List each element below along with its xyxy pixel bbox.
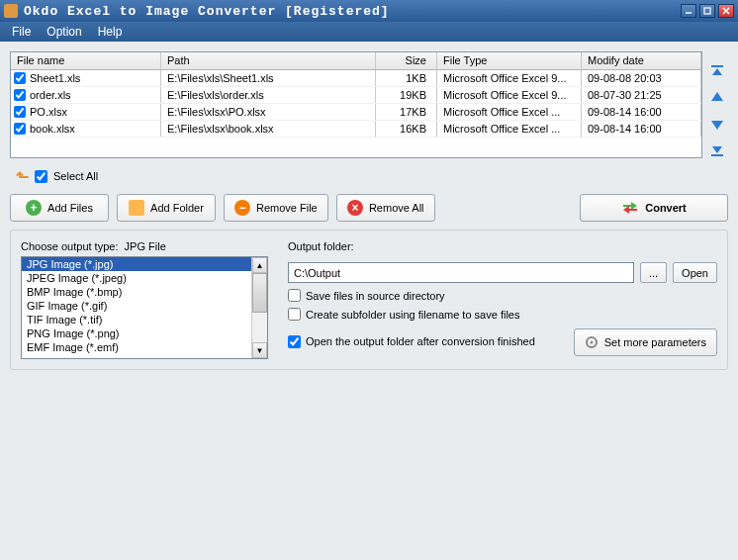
cell-size: 19KB — [376, 87, 437, 103]
cell-size: 17KB — [376, 104, 437, 120]
create-subfolder-checkbox[interactable] — [288, 308, 301, 321]
add-files-button[interactable]: +Add Files — [10, 194, 109, 222]
cell-type: Microsoft Office Excel 9... — [437, 87, 582, 103]
cell-type: Microsoft Office Excel ... — [437, 104, 582, 120]
move-bottom-icon[interactable] — [708, 140, 726, 158]
scroll-up-icon[interactable]: ▲ — [252, 257, 267, 273]
col-filetype[interactable]: File Type — [437, 52, 582, 69]
list-item[interactable]: PNG Image (*.png) — [22, 327, 251, 340]
convert-icon — [621, 201, 639, 215]
svg-rect-9 — [711, 154, 723, 156]
svg-marker-5 — [712, 68, 722, 75]
svg-point-11 — [590, 341, 593, 344]
col-path[interactable]: Path — [161, 52, 376, 69]
svg-marker-7 — [711, 121, 723, 130]
cell-type: Microsoft Office Excel ... — [437, 121, 582, 137]
cell-size: 1KB — [376, 70, 437, 86]
set-more-parameters-button[interactable]: Set more parameters — [574, 328, 717, 356]
list-item[interactable]: JPEG Image (*.jpeg) — [22, 271, 251, 285]
convert-button[interactable]: Convert — [580, 194, 728, 222]
list-item[interactable]: JPG Image (*.jpg) — [22, 257, 251, 271]
list-item[interactable]: BMP Image (*.bmp) — [22, 285, 251, 299]
scroll-down-icon[interactable]: ▼ — [252, 342, 267, 358]
gear-icon — [585, 335, 599, 349]
svg-rect-4 — [711, 65, 723, 67]
move-top-icon[interactable] — [708, 63, 726, 81]
row-checkbox[interactable] — [14, 123, 26, 135]
cell-path: E:\Files\xls\Sheet1.xls — [161, 70, 376, 86]
minimize-button[interactable] — [681, 4, 696, 18]
remove-all-button[interactable]: ×Remove All — [336, 194, 435, 222]
browse-button[interactable]: ... — [640, 262, 667, 283]
col-modifydate[interactable]: Modify date — [582, 52, 701, 69]
select-all-checkbox[interactable] — [35, 170, 47, 183]
open-after-checkbox[interactable] — [288, 335, 301, 348]
table-row[interactable]: book.xlsx E:\Files\xlsx\book.xlsx 16KB M… — [11, 121, 701, 138]
choose-output-label: Choose output type: JPG File — [21, 240, 268, 252]
col-size[interactable]: Size — [376, 52, 437, 69]
open-folder-button[interactable]: Open — [673, 262, 717, 283]
content-area: File name Path Size File Type Modify dat… — [0, 42, 738, 560]
file-grid: File name Path Size File Type Modify dat… — [10, 51, 702, 158]
create-subfolder-label: Create subfolder using filename to save … — [306, 309, 519, 321]
cell-filename: order.xls — [30, 89, 71, 101]
cell-filename: PO.xlsx — [30, 106, 67, 118]
cell-filename: Sheet1.xls — [30, 72, 80, 84]
list-item[interactable]: EMF Image (*.emf) — [22, 340, 251, 354]
reorder-buttons — [706, 51, 728, 158]
app-icon — [4, 4, 18, 18]
col-filename[interactable]: File name — [11, 52, 161, 69]
select-all-label: Select All — [53, 170, 98, 182]
table-row[interactable]: Sheet1.xls E:\Files\xls\Sheet1.xls 1KB M… — [11, 70, 701, 87]
cell-path: E:\Files\xlsx\PO.xlsx — [161, 104, 376, 120]
save-source-dir-label: Save files in source directory — [306, 290, 445, 302]
window-title: Okdo Excel to Image Converter [Registere… — [24, 4, 678, 19]
folder-icon — [129, 200, 144, 216]
save-source-dir-checkbox[interactable] — [288, 289, 301, 302]
maximize-button[interactable] — [699, 4, 715, 18]
minus-icon: − — [234, 200, 250, 216]
list-scrollbar[interactable]: ▲ ▼ — [251, 257, 267, 358]
list-item[interactable]: GIF Image (*.gif) — [22, 299, 251, 313]
table-row[interactable]: PO.xlsx E:\Files\xlsx\PO.xlsx 17KB Micro… — [11, 104, 701, 121]
plus-icon: + — [26, 200, 42, 216]
cell-path: E:\Files\xls\order.xls — [161, 87, 376, 103]
cell-filename: book.xlsx — [30, 123, 75, 135]
cell-date: 08-07-30 21:25 — [582, 87, 701, 103]
svg-rect-1 — [704, 8, 710, 14]
cell-size: 16KB — [376, 121, 437, 137]
cell-path: E:\Files\xlsx\book.xlsx — [161, 121, 376, 137]
open-after-label: Open the output folder after conversion … — [306, 335, 535, 347]
cell-date: 09-08-08 20:03 — [582, 70, 701, 86]
row-checkbox[interactable] — [14, 106, 26, 118]
up-folder-icon[interactable]: ⬑ — [16, 167, 29, 186]
grid-header: File name Path Size File Type Modify dat… — [11, 52, 701, 70]
move-up-icon[interactable] — [708, 89, 726, 107]
row-checkbox[interactable] — [14, 72, 26, 84]
output-type-list[interactable]: JPG Image (*.jpg)JPEG Image (*.jpeg)BMP … — [21, 256, 268, 359]
row-checkbox[interactable] — [14, 89, 26, 101]
add-folder-button[interactable]: Add Folder — [117, 194, 216, 222]
move-down-icon[interactable] — [708, 115, 726, 133]
close-button[interactable] — [718, 4, 734, 18]
cell-date: 09-08-14 16:00 — [582, 121, 701, 137]
title-bar: Okdo Excel to Image Converter [Registere… — [0, 0, 738, 22]
svg-marker-6 — [711, 92, 723, 101]
output-folder-input[interactable] — [288, 262, 634, 283]
x-icon: × — [347, 200, 363, 216]
svg-marker-8 — [712, 146, 722, 153]
menu-file[interactable]: File — [4, 23, 39, 41]
scroll-thumb[interactable] — [252, 273, 267, 313]
remove-file-button[interactable]: −Remove File — [224, 194, 328, 222]
table-row[interactable]: order.xls E:\Files\xls\order.xls 19KB Mi… — [11, 87, 701, 104]
output-folder-label: Output folder: — [288, 240, 717, 252]
menu-help[interactable]: Help — [90, 23, 131, 41]
list-item[interactable]: TIF Image (*.tif) — [22, 313, 251, 327]
menu-bar: File Option Help — [0, 22, 738, 42]
menu-option[interactable]: Option — [39, 23, 89, 41]
cell-date: 09-08-14 16:00 — [582, 104, 701, 120]
cell-type: Microsoft Office Excel 9... — [437, 70, 582, 86]
